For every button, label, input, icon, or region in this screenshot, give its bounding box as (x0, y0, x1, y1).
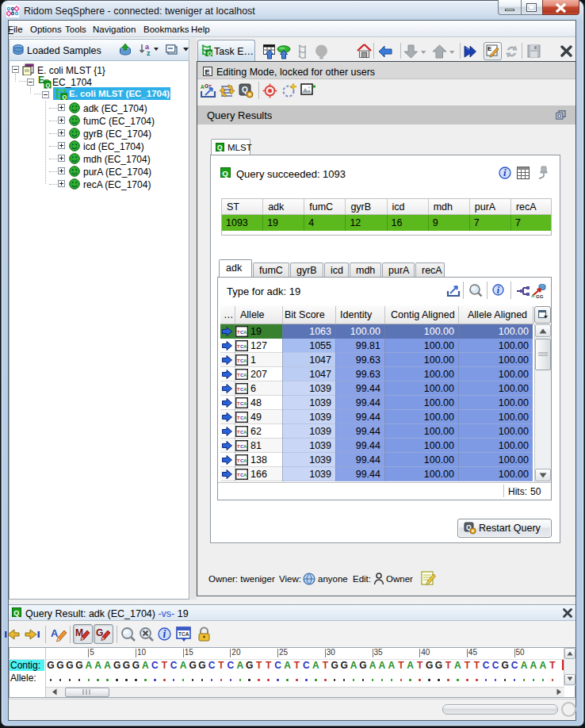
svg-text:A: A (243, 358, 247, 363)
svg-text:Q: Q (208, 50, 212, 56)
svg-text:E: E (205, 68, 210, 76)
svg-text:A: A (243, 387, 247, 392)
svg-text:A: A (243, 416, 247, 420)
svg-text:A: A (243, 344, 247, 349)
svg-text:Q: Q (63, 94, 67, 100)
svg-text:A: A (243, 373, 247, 377)
svg-text:Q: Q (46, 82, 51, 89)
svg-text:A: A (243, 401, 247, 406)
svg-text:Q: Q (13, 609, 19, 617)
svg-text:i: i (162, 628, 166, 640)
svg-text:E: E (38, 75, 44, 86)
svg-text:Q: Q (217, 144, 223, 151)
svg-text:GG: GG (536, 294, 544, 298)
svg-text:A: A (243, 430, 247, 435)
svg-text:A: A (243, 444, 247, 449)
svg-text:i: i (503, 167, 507, 178)
svg-text:z: z (147, 49, 151, 56)
svg-text:A: A (243, 330, 247, 335)
svg-text:A: A (243, 473, 247, 477)
svg-text:Q: Q (222, 169, 228, 178)
svg-text:TCA: TCA (178, 631, 189, 637)
svg-text:A: A (51, 627, 59, 639)
svg-text:A: A (531, 293, 535, 298)
svg-text:E: E (488, 45, 491, 52)
svg-text:A: A (243, 458, 247, 463)
